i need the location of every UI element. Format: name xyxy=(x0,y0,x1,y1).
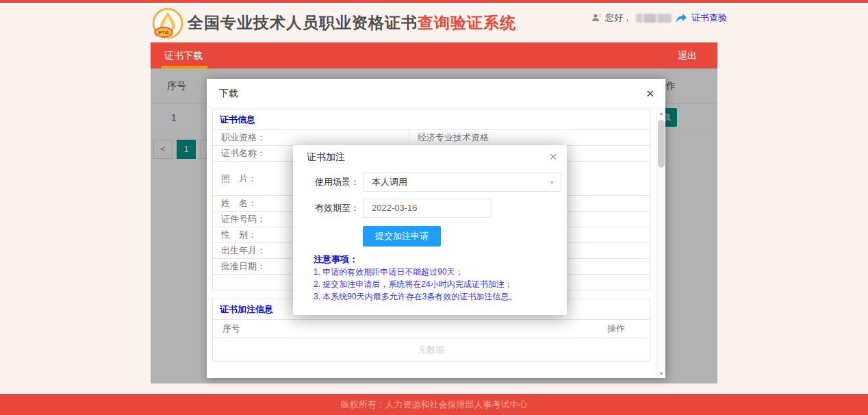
annotate-modal-close-icon[interactable]: ✕ xyxy=(549,145,557,168)
note-item-2: 2. 提交加注申请后，系统将在24小时内完成证书加注； xyxy=(314,278,556,290)
submit-annotation-button[interactable]: 提交加注申请 xyxy=(363,226,441,247)
note-item-1: 1. 申请的有效期距申请日不能超过90天； xyxy=(314,266,556,278)
pta-logo-icon: PTA xyxy=(152,8,183,39)
annotate-modal-titlebar: 证书加注 ✕ xyxy=(293,145,567,168)
annotation-col-action: 操作 xyxy=(607,323,650,335)
page-header: PTA 全国专业技术人员职业资格证书查询验证系统 您好， 证书查验 xyxy=(0,3,868,42)
page-title-red: 查询验证系统 xyxy=(418,14,516,32)
user-name-redacted xyxy=(636,14,672,23)
scene-select[interactable]: 本人调用 ▾ xyxy=(363,173,561,192)
user-greeting: 您好， xyxy=(605,12,632,24)
cert-info-row-occupation: 职业资格： 经济专业技术资格 xyxy=(213,129,650,145)
scrollbar-down-icon[interactable]: ▼ xyxy=(656,371,666,376)
row-label: 职业资格： xyxy=(213,130,409,145)
cert-info-section-title: 证书信息 xyxy=(213,110,650,129)
user-icon xyxy=(591,13,601,23)
tab-cert-download[interactable]: 证书下载 xyxy=(164,42,203,68)
share-arrow-icon xyxy=(676,13,687,23)
annotate-modal: 证书加注 ✕ 使用场景： 本人调用 ▾ 有效期至： 2022-03-16 提交加… xyxy=(293,145,567,315)
annotate-modal-title: 证书加注 xyxy=(307,151,345,162)
cert-check-link[interactable]: 证书查验 xyxy=(691,12,727,24)
notes-section: 注意事项： 1. 申请的有效期距申请日不能超过90天； 2. 提交加注申请后，系… xyxy=(314,253,556,303)
footer: 版权所有：人力资源和社会保障部人事考试中心 xyxy=(0,394,868,415)
user-area: 您好， 证书查验 xyxy=(591,10,727,26)
logout-button[interactable]: 退出 xyxy=(678,42,697,68)
scene-select-value: 本人调用 xyxy=(372,177,407,187)
download-modal-title: 下载 xyxy=(219,88,238,99)
scrollbar-up-icon[interactable]: ▲ xyxy=(656,111,666,116)
page-title-black: 全国专业技术人员职业资格证书 xyxy=(188,14,418,32)
copyright-text: 版权所有：人力资源和社会保障部人事考试中心 xyxy=(341,399,528,410)
annotation-empty-row: 无数据 xyxy=(213,338,650,361)
navbar: 证书下载 退出 xyxy=(151,42,717,68)
chevron-down-icon: ▾ xyxy=(550,173,554,191)
page-title: 全国专业技术人员职业资格证书查询验证系统 xyxy=(188,3,516,42)
scrollbar-thumb[interactable] xyxy=(658,120,665,168)
modal-scrollbar[interactable]: ▲ ▼ xyxy=(656,109,665,378)
annotation-col-index: 序号 xyxy=(213,323,275,335)
valid-until-input[interactable]: 2022-03-16 xyxy=(363,199,492,218)
note-item-3: 3. 本系统90天内最多允许存在3条有效的证书加注信息。 xyxy=(314,290,556,303)
svg-text:PTA: PTA xyxy=(158,29,169,36)
notes-title: 注意事项： xyxy=(314,253,556,266)
download-modal-close-icon[interactable]: ✕ xyxy=(646,79,654,108)
download-modal-titlebar: 下载 ✕ xyxy=(207,79,665,108)
valid-until-label: 有效期至： xyxy=(293,199,359,218)
row-value: 经济专业技术资格 xyxy=(409,130,650,145)
annotation-table-header-row: 序号 操作 xyxy=(213,319,650,338)
scene-label: 使用场景： xyxy=(293,173,359,192)
